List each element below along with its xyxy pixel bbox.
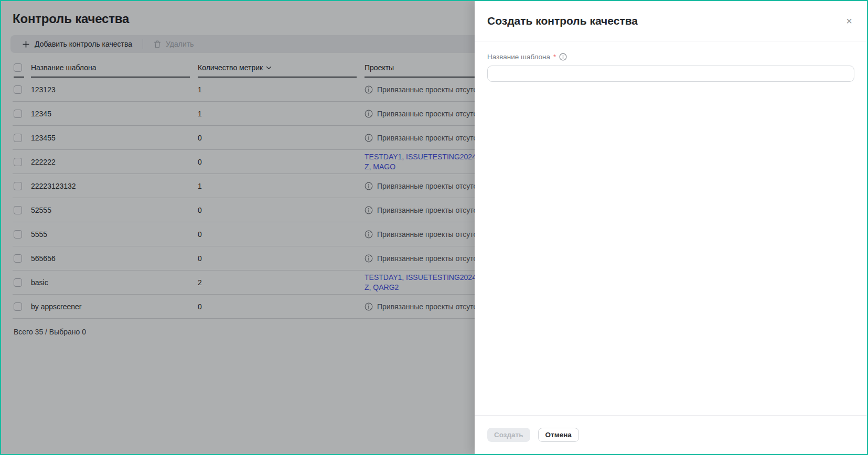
app-window: Контроль качества Добавить контроль каче… <box>0 0 868 455</box>
drawer-header: Создать контроль качества × <box>475 1 867 41</box>
info-icon <box>559 53 567 61</box>
drawer-footer: Создать Отмена <box>475 415 867 454</box>
create-quality-control-drawer: Создать контроль качества × Название шаб… <box>475 1 867 454</box>
template-name-label-row: Название шаблона* <box>487 53 854 61</box>
drawer-title: Создать контроль качества <box>487 15 638 27</box>
close-button[interactable]: × <box>844 14 854 28</box>
drawer-body: Название шаблона* <box>475 41 867 415</box>
required-mark: * <box>553 53 556 61</box>
create-button[interactable]: Создать <box>487 428 530 442</box>
template-name-label: Название шаблона <box>487 53 550 61</box>
template-name-input[interactable] <box>487 66 854 82</box>
cancel-button[interactable]: Отмена <box>538 428 579 442</box>
close-icon: × <box>846 15 852 27</box>
